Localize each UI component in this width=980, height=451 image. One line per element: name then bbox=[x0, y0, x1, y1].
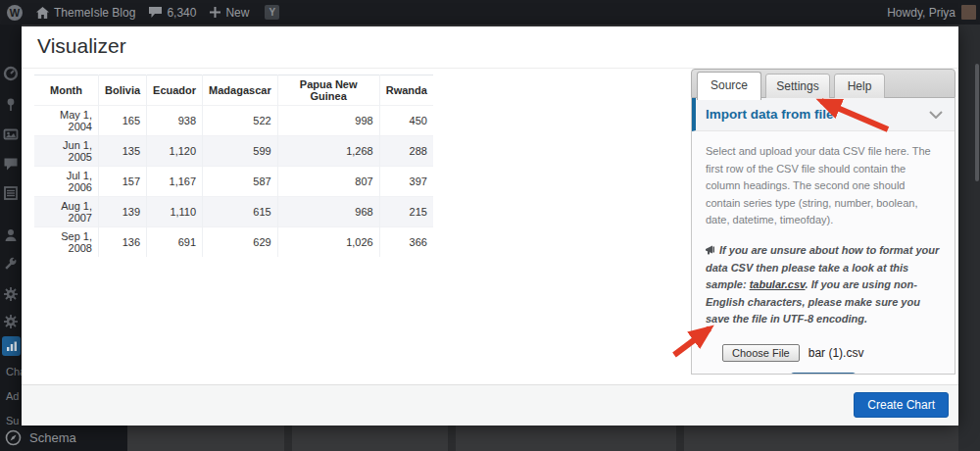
home-icon bbox=[36, 7, 49, 19]
dimmed-right-edge bbox=[958, 25, 980, 451]
compass-icon bbox=[5, 429, 22, 446]
chart-icon bbox=[6, 340, 18, 352]
table-cell: Jul 1, 2006 bbox=[34, 167, 99, 197]
sidebar-item-posts[interactable] bbox=[3, 97, 19, 113]
table-cell: 807 bbox=[277, 167, 379, 197]
table-row[interactable]: Sep 1, 20081366916291,026366 bbox=[34, 227, 433, 258]
source-tab-content: Import data from file Select and upload … bbox=[691, 98, 956, 375]
table-cell: 450 bbox=[379, 106, 433, 136]
table-cell: Aug 1, 2007 bbox=[34, 197, 99, 227]
column-header: Papua New Guinea bbox=[277, 75, 379, 106]
table-cell: 157 bbox=[99, 167, 147, 197]
wp-admin-bar: W ThemeIsle Blog 6,340 New Y Howdy, Priy… bbox=[0, 0, 980, 25]
sidebar-item-settings-alt[interactable] bbox=[3, 314, 19, 329]
tab-help[interactable]: Help bbox=[834, 74, 885, 99]
import-description: Select and upload your data CSV file her… bbox=[706, 143, 941, 229]
table-row[interactable]: Jun 1, 20051351,1205991,268288 bbox=[34, 136, 433, 167]
create-chart-button[interactable]: Create Chart bbox=[854, 392, 949, 418]
gear-icon bbox=[3, 314, 19, 329]
page-scrollbar[interactable] bbox=[975, 64, 979, 181]
table-cell: 1,167 bbox=[147, 167, 203, 197]
comments-icon bbox=[3, 156, 19, 172]
file-input-row: Choose File bar (1).csv bbox=[722, 344, 955, 362]
page-title: Visualizer bbox=[37, 34, 126, 58]
column-header: Rwanda bbox=[379, 75, 433, 106]
chevron-down-icon[interactable] bbox=[929, 111, 943, 119]
table-cell: 366 bbox=[379, 227, 433, 258]
table-cell: 136 bbox=[99, 227, 147, 258]
plus-icon bbox=[210, 7, 220, 18]
sidebar-item-visualizer-active[interactable] bbox=[2, 336, 21, 356]
howdy-label[interactable]: Howdy, Priya bbox=[887, 6, 956, 20]
table-cell: Jun 1, 2005 bbox=[34, 136, 99, 167]
table-cell: 522 bbox=[203, 106, 278, 136]
yoast-icon[interactable]: Y bbox=[265, 5, 279, 20]
column-header: Bolivia bbox=[99, 75, 147, 106]
tab-source[interactable]: Source bbox=[697, 72, 761, 100]
dimmed-background bbox=[127, 425, 980, 451]
choose-file-button[interactable]: Choose File bbox=[722, 344, 800, 362]
sidebar-submenu-item[interactable]: Cha bbox=[6, 366, 22, 377]
comment-bubble-icon bbox=[149, 7, 162, 18]
user-icon bbox=[3, 227, 19, 243]
sidebar-item-comments[interactable] bbox=[3, 156, 19, 172]
table-cell: Sep 1, 2008 bbox=[34, 227, 99, 258]
import-from-file-section-header[interactable]: Import data from file bbox=[692, 98, 955, 131]
pages-list-icon bbox=[3, 185, 19, 201]
sidebar-item-dashboard[interactable] bbox=[3, 66, 19, 81]
tabular-csv-link[interactable]: tabular.csv bbox=[750, 278, 806, 290]
pushpin-icon bbox=[3, 97, 19, 113]
media-icon bbox=[3, 126, 19, 142]
column-header: Ecuador bbox=[147, 75, 203, 106]
table-row[interactable]: May 1, 2004165938522998450 bbox=[34, 106, 433, 136]
table-cell: May 1, 2004 bbox=[34, 106, 99, 136]
table-cell: 629 bbox=[203, 227, 278, 258]
sidebar-item-schema[interactable]: Schema bbox=[0, 425, 127, 451]
table-cell: 397 bbox=[379, 167, 433, 197]
table-cell: 1,120 bbox=[147, 136, 203, 167]
import-note: If you are unsure about how to format yo… bbox=[706, 242, 941, 328]
table-cell: 135 bbox=[99, 136, 147, 167]
sidebar-item-tools[interactable] bbox=[3, 257, 19, 273]
column-header: Month bbox=[34, 75, 99, 106]
section-title: Import data from file bbox=[706, 107, 834, 122]
sidebar-item-settings[interactable] bbox=[3, 286, 19, 302]
table-cell: 1,268 bbox=[277, 136, 379, 167]
table-cell: 1,026 bbox=[277, 227, 379, 258]
admin-sidebar: Cha Ad Su bbox=[0, 25, 22, 451]
comments-count: 6,340 bbox=[167, 6, 196, 20]
site-menu[interactable]: ThemeIsle Blog bbox=[36, 6, 135, 20]
table-cell: 165 bbox=[99, 106, 147, 136]
table-cell: 288 bbox=[379, 136, 433, 167]
avatar[interactable] bbox=[961, 5, 976, 20]
wordpress-logo-icon[interactable]: W bbox=[7, 5, 23, 21]
new-menu[interactable]: New bbox=[210, 6, 249, 20]
table-cell: 691 bbox=[147, 227, 203, 258]
table-row[interactable]: Jul 1, 20061571,167587807397 bbox=[34, 167, 433, 197]
table-cell: 215 bbox=[379, 197, 433, 227]
tab-settings[interactable]: Settings bbox=[765, 74, 830, 99]
panel-tabs: Source Settings Help bbox=[691, 69, 956, 98]
megaphone-icon bbox=[706, 245, 716, 255]
data-table: MonthBoliviaEcuadorMadagascarPapua New G… bbox=[34, 75, 433, 257]
comments-menu[interactable]: 6,340 bbox=[149, 6, 196, 20]
table-cell: 587 bbox=[203, 167, 278, 197]
table-cell: 938 bbox=[147, 106, 203, 136]
gear-icon bbox=[3, 286, 19, 302]
visualizer-modal: Visualizer MonthBoliviaEcuadorMadagascar… bbox=[22, 26, 958, 425]
chart-data-preview: MonthBoliviaEcuadorMadagascarPapua New G… bbox=[34, 75, 433, 257]
sidebar-item-pages[interactable] bbox=[3, 185, 19, 201]
sidebar-item-media[interactable] bbox=[3, 126, 19, 142]
sidebar-item-users[interactable] bbox=[3, 227, 19, 243]
sidebar-submenu-item[interactable]: Ad bbox=[6, 390, 19, 402]
dashboard-icon bbox=[3, 66, 19, 81]
column-header: Madagascar bbox=[203, 75, 278, 106]
table-row[interactable]: Aug 1, 20071391,110615968215 bbox=[34, 197, 433, 227]
modal-footer: Create Chart bbox=[22, 384, 958, 426]
wrench-icon bbox=[3, 257, 19, 273]
new-label: New bbox=[225, 6, 249, 20]
selected-file-name: bar (1).csv bbox=[808, 346, 864, 360]
import-button[interactable]: Import bbox=[790, 373, 856, 375]
table-cell: 968 bbox=[277, 197, 379, 227]
table-cell: 615 bbox=[203, 197, 278, 227]
